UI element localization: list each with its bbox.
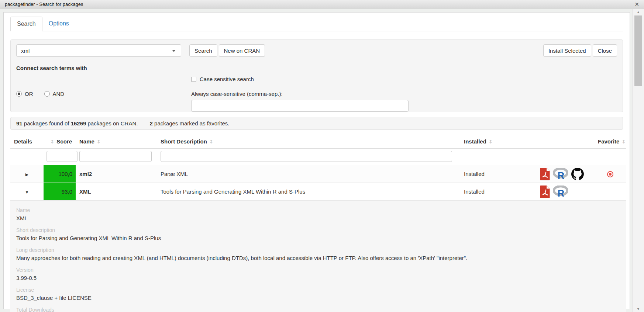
package-description: Tools for Parsing and Generating XML Wit… xyxy=(157,183,460,201)
window-close-icon[interactable]: ✕ xyxy=(634,1,639,7)
search-term-select[interactable]: xml xyxy=(16,44,181,57)
sort-icon: ↕ xyxy=(209,139,213,145)
sort-icon: ↕ xyxy=(50,139,54,145)
chevron-down-icon xyxy=(172,50,176,52)
scroll-down-icon[interactable]: ▼ xyxy=(633,307,644,311)
status-bar: 91 packages found of 16269 packages on C… xyxy=(10,117,623,130)
detail-value: Tools for Parsing and Generating XML Wit… xyxy=(16,235,620,241)
github-icon[interactable] xyxy=(571,168,584,180)
scrollbar-thumb[interactable] xyxy=(634,15,642,86)
radio-or[interactable] xyxy=(16,91,22,97)
detail-label: Name xyxy=(16,207,620,213)
score-cell: 93,0 xyxy=(44,183,76,200)
score-filter-input[interactable] xyxy=(47,151,78,162)
tab-bar: Search Options xyxy=(10,17,623,31)
col-header-links xyxy=(531,135,594,149)
favorites-text: packages marked as favorites. xyxy=(153,120,230,126)
expanded-detail-row: Name XML Short description Tools for Par… xyxy=(10,201,626,312)
search-button[interactable]: Search xyxy=(189,44,217,57)
col-header-favorite[interactable]: Favorite ↕ xyxy=(594,135,626,149)
svg-text:R: R xyxy=(558,170,564,180)
close-button[interactable]: Close xyxy=(593,44,617,57)
header-row: Details ↕ Score Name ↕ Short Description… xyxy=(10,135,626,149)
always-case-input[interactable] xyxy=(191,100,409,112)
collapse-row-icon[interactable]: ▼ xyxy=(25,190,29,194)
detail-value: Many approaches for both reading and cre… xyxy=(16,255,620,261)
sort-icon: ↕ xyxy=(489,139,493,145)
pdf-manual-icon[interactable] xyxy=(540,168,550,180)
installed-status: Installed xyxy=(460,183,531,201)
detail-label: Long description xyxy=(16,247,620,253)
total-text: packages on CRAN. xyxy=(86,120,138,126)
detail-value: XML xyxy=(16,215,620,221)
favorite-marker-icon[interactable] xyxy=(607,171,613,177)
col-header-installed[interactable]: Installed ↕ xyxy=(460,135,531,149)
r-project-icon[interactable]: R xyxy=(553,168,568,180)
package-description: Parse XML xyxy=(157,165,460,183)
filter-row xyxy=(10,149,626,165)
case-sensitive-label: Case sensitive search xyxy=(200,76,254,82)
name-filter-input[interactable] xyxy=(79,151,152,162)
always-case-label: Always case-sensitive (comma-sep.): xyxy=(191,91,409,97)
sort-icon: ↕ xyxy=(97,139,101,145)
sort-icon: ↕ xyxy=(622,139,626,145)
r-project-icon[interactable]: R xyxy=(553,186,568,198)
installed-status: Installed xyxy=(460,165,531,183)
found-text: packages found of xyxy=(23,120,71,126)
svg-text:R: R xyxy=(558,188,564,198)
pdf-manual-icon[interactable] xyxy=(540,186,550,198)
radio-and-label: AND xyxy=(53,91,65,97)
package-name: XML xyxy=(76,183,157,201)
score-cell: 100,0 xyxy=(44,165,76,183)
radio-or-label: OR xyxy=(25,91,33,97)
radio-and[interactable] xyxy=(44,91,50,97)
description-filter-input[interactable] xyxy=(161,151,452,162)
col-header-details: Details xyxy=(10,135,44,149)
new-on-cran-button[interactable]: New on CRAN xyxy=(219,44,265,57)
col-header-desc[interactable]: Short Description ↕ xyxy=(157,135,460,149)
favorites-count: 2 xyxy=(150,120,153,126)
install-selected-button[interactable]: Install Selected xyxy=(543,44,591,57)
tab-search[interactable]: Search xyxy=(10,17,42,31)
total-count: 16269 xyxy=(71,120,86,126)
detail-label: Short description xyxy=(16,227,620,233)
table-row-xml[interactable]: ▼ 93,0 XML Tools for Parsing and Generat… xyxy=(10,183,626,201)
window-title: packagefinder - Search for packages xyxy=(5,1,83,7)
results-table: Details ↕ Score Name ↕ Short Description… xyxy=(10,135,626,312)
col-header-name[interactable]: Name ↕ xyxy=(76,135,157,149)
search-term-value: xml xyxy=(21,48,30,54)
search-well: xml Search New on CRAN Install Selected … xyxy=(10,39,623,112)
tab-options[interactable]: Options xyxy=(42,17,75,31)
found-count: 91 xyxy=(16,120,23,126)
connect-terms-label: Connect search terms with xyxy=(16,65,617,71)
detail-label: Version xyxy=(16,267,620,273)
detail-value: BSD_3_clause + file LICENSE xyxy=(16,295,620,301)
col-header-score[interactable]: ↕ Score xyxy=(44,135,76,149)
vertical-scrollbar[interactable]: ▲ ▼ xyxy=(632,9,644,312)
package-name: xml2 xyxy=(76,165,157,183)
window-titlebar: packagefinder - Search for packages ✕ xyxy=(0,0,644,8)
table-row-xml2[interactable]: ▶ 100,0 xml2 Parse XML Installed xyxy=(10,165,626,183)
detail-value: 3.99-0.5 xyxy=(16,275,620,281)
scroll-up-icon[interactable]: ▲ xyxy=(633,10,644,14)
case-sensitive-checkbox[interactable] xyxy=(191,77,196,82)
detail-label: License xyxy=(16,287,620,293)
expand-row-icon[interactable]: ▶ xyxy=(25,172,28,177)
detail-label: Total Downloads xyxy=(16,307,620,312)
main-panel: Search Options xml Search New on CRAN In… xyxy=(3,12,630,309)
